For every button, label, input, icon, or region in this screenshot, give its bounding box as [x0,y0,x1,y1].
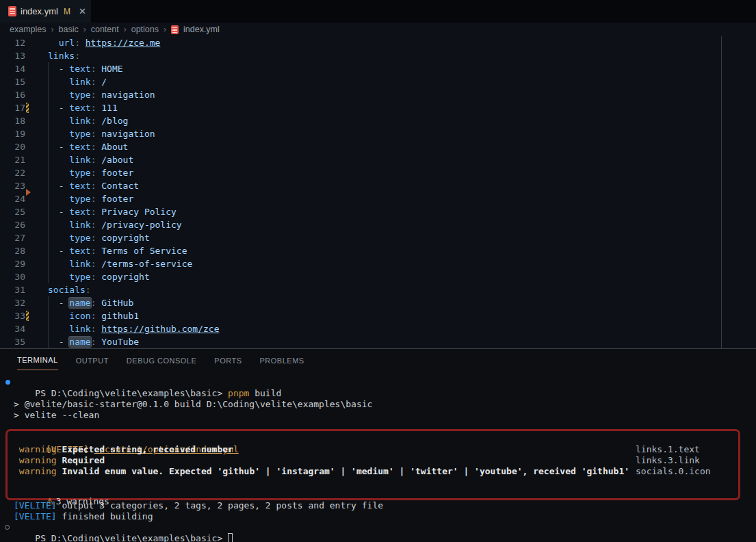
code-line[interactable]: 22 type: footer [0,166,756,179]
code-line[interactable]: 23 - text: Contact [0,179,756,192]
panel-tab-problems[interactable]: PROBLEMS [260,352,304,370]
line-number: 29 [0,257,25,270]
warning-field-path: links.3.link [636,455,700,466]
terminal-prompt-line-2: PS D:\Coding\velite\examples\basic> [0,522,756,533]
chevron-separator-icon: › [51,25,54,34]
code-text: type: footer [48,166,133,179]
line-number: 26 [0,218,25,231]
hyperlink[interactable]: https://zce.me [86,38,161,48]
terminal-output: PS D:\Coding\velite\examples\basic> pnpm… [0,377,756,533]
code-line[interactable]: 29 link: /terms-of-service [0,257,756,270]
code-text: - text: Terms of Service [48,244,187,257]
modified-badge: M [64,7,70,16]
code-line[interactable]: 18 link: /blog [0,114,756,127]
code-line[interactable]: 14 - text: HOME [0,62,756,75]
line-number: 33 [0,309,25,322]
line-number: 25 [0,205,25,218]
code-line[interactable]: 34 link: https://github.com/zce [0,322,756,335]
warning-message: Expected string, received number [62,444,233,454]
close-icon[interactable]: ✕ [79,6,86,16]
warning-annotation-box: [VELITE] ./content/options/index.yml war… [5,429,740,500]
velite-info-line: [VELITE] output 3 categories, 2 tags, 2 … [0,500,756,511]
code-line[interactable]: 31socials: [0,283,756,296]
breadcrumb-item[interactable]: examples [10,25,47,34]
prompt-path: PS D:\Coding\velite\examples\basic> [35,533,222,542]
tab-index-yml[interactable]: index.yml M ✕ [0,0,92,23]
warnings-summary-line: ⚠3 warnings [14,485,738,496]
code-line[interactable]: 20 - text: About [0,140,756,153]
breadcrumb-item[interactable]: basic [59,25,79,34]
code-text: - name: GitHub [48,296,133,309]
warning-message: Invalid enum value. Expected 'github' | … [62,466,629,476]
chevron-separator-icon: › [83,25,86,34]
warning-label: warning [14,455,62,465]
info-message: finished building [62,511,153,521]
warning-rows: warning Expected string, received number… [14,444,738,477]
panel-tab-terminal[interactable]: TERMINAL [17,351,58,370]
line-number: 35 [0,335,25,348]
code-line[interactable]: 12 url: https://zce.me [0,36,756,49]
line-number: 28 [0,244,25,257]
breadcrumb-item[interactable]: content [91,25,119,34]
info-rows: [VELITE] output 3 categories, 2 tags, 2 … [0,500,756,522]
panel-tab-bar: TERMINALOUTPUTDEBUG CONSOLEPORTSPROBLEMS [0,349,756,372]
chevron-separator-icon: › [124,25,127,34]
breadcrumb-item[interactable]: options [131,25,159,34]
code-line[interactable]: 30 type: copyright [0,270,756,283]
code-line[interactable]: 17 - text: 111 [0,101,756,114]
code-line[interactable]: 15 link: / [0,75,756,88]
line-number: 21 [0,153,25,166]
code-line[interactable]: 25 - text: Privacy Policy [0,205,756,218]
editor-minimap-divider [721,36,722,348]
warning-row: warning Requiredlinks.3.link [14,455,738,466]
breadcrumb-items: examples›basic›content›options [10,25,159,34]
velite-tag: [VELITE] [14,511,62,521]
code-line[interactable]: 21 link: /about [0,153,756,166]
code-line[interactable]: 16 type: navigation [0,88,756,101]
info-message: output 3 categories, 2 tags, 2 pages, 2 … [62,500,383,511]
code-text: links: [48,49,80,62]
code-line[interactable]: 35 - name: YouTube [0,335,756,348]
terminal-prompt-line: PS D:\Coding\velite\examples\basic> pnpm… [0,377,756,388]
warning-label: warning [14,444,62,454]
line-number: 12 [0,36,25,49]
code-editor[interactable]: 12 url: https://zce.me13links:14 - text:… [0,36,756,348]
code-text: type: copyright [48,231,150,244]
code-text: - text: About [48,140,128,153]
warning-message: Required [62,455,105,465]
code-line[interactable]: 13links: [0,49,756,62]
code-text: url: https://zce.me [48,36,160,49]
panel-tab-output[interactable]: OUTPUT [76,352,109,370]
code-line[interactable]: 19 type: navigation [0,127,756,140]
breadcrumb: examples›basic›content›options › index.y… [0,23,756,36]
line-number: 16 [0,88,25,101]
yaml-file-icon [8,6,16,16]
prompt-path: PS D:\Coding\velite\examples\basic> [35,388,228,398]
terminal-cursor[interactable] [228,533,233,542]
code-text: link: /about [48,153,133,166]
code-line[interactable]: 32 - name: GitHub [0,296,756,309]
editor-lines: 12 url: https://zce.me13links:14 - text:… [0,36,756,348]
warning-row: warning Invalid enum value. Expected 'gi… [14,466,738,477]
build-command-line: > velite --clean [0,410,756,421]
panel-tab-debug-console[interactable]: DEBUG CONSOLE [127,352,196,370]
code-line[interactable]: 28 - text: Terms of Service [0,244,756,257]
velite-info-line: [VELITE] finished building [0,511,756,522]
code-text: icon: github1 [48,309,139,322]
highlighted-word: name [69,298,90,308]
line-number: 13 [0,49,25,62]
line-number: 24 [0,192,25,205]
command-name: pnpm [228,388,249,398]
breadcrumb-file[interactable]: index.yml [183,25,220,34]
code-line[interactable]: 24 type: footer [0,192,756,205]
hyperlink[interactable]: https://github.com/zce [101,324,219,334]
code-text: link: / [48,75,107,88]
chevron-separator-icon: › [164,25,166,34]
code-text: link: /blog [48,114,128,127]
code-line[interactable]: 26 link: /privacy-policy [0,218,756,231]
code-text: link: https://github.com/zce [48,322,219,335]
code-line[interactable]: 27 type: copyright [0,231,756,244]
code-text: - name: YouTube [48,335,139,348]
panel-tab-ports[interactable]: PORTS [214,352,242,370]
code-line[interactable]: 33 icon: github1 [0,309,756,322]
